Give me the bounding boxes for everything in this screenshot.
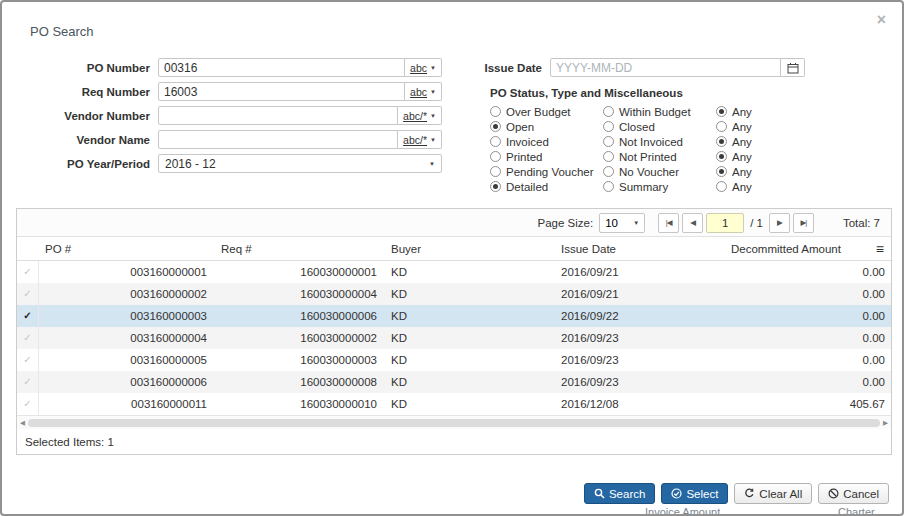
radio-summary[interactable]: Summary [603,179,716,194]
search-icon [594,488,605,499]
radio-button [716,136,727,147]
clear-all-button[interactable]: Clear All [734,483,812,504]
header-amount[interactable]: Decommitted Amount [725,243,891,255]
table-header-row: PO # Req # Buyer Issue Date Decommitted … [17,237,891,261]
table-row[interactable]: ✓ 003160000004 160030000002 KD 2016/09/2… [17,327,891,349]
issue-date-input[interactable] [550,58,781,77]
radio-printed-any[interactable]: Any [716,149,892,164]
total-count: Total: 7 [843,217,880,229]
header-buyer[interactable]: Buyer [385,243,555,255]
scrollbar-thumb[interactable] [28,419,880,427]
table-row[interactable]: ✓ 003160000003 160030000006 KD 2016/09/2… [17,305,891,327]
row-check-icon[interactable]: ✓ [17,283,39,305]
horizontal-scrollbar[interactable]: ◀ ▶ [17,415,891,429]
row-check-icon[interactable]: ✓ [17,349,39,371]
cell-req: 160030000008 [215,376,385,388]
radio-button [490,151,501,162]
radio-label: Any [732,121,752,133]
vendor-name-format-dropdown[interactable]: abc/* ▼ [398,130,442,149]
table-row[interactable]: ✓ 003160000005 160030000003 KD 2016/09/2… [17,349,891,371]
cell-issue-date: 2016/09/23 [555,354,725,366]
check-circle-icon [671,488,682,499]
last-page-button[interactable]: ▶| [793,213,814,233]
radio-not-printed[interactable]: Not Printed [603,149,716,164]
table-row[interactable]: ✓ 003160000006 160030000008 KD 2016/09/2… [17,371,891,393]
radio-detail-any[interactable]: Any [716,179,892,194]
radio-button [603,121,614,132]
radio-button [716,166,727,177]
cell-buyer: KD [385,398,555,410]
radio-open-any[interactable]: Any [716,119,892,134]
req-number-input[interactable] [158,82,405,101]
radio-button [716,181,727,192]
radio-label: Printed [506,151,542,163]
po-number-format-dropdown[interactable]: abc ▼ [405,58,442,77]
scroll-left-icon[interactable]: ◀ [20,419,25,427]
radio-detailed[interactable]: Detailed [490,179,603,194]
vendor-number-label: Vendor Number [16,110,158,122]
radio-closed[interactable]: Closed [603,119,716,134]
page-size-select[interactable]: 10 ▼ [599,213,645,233]
radio-over-budget[interactable]: Over Budget [490,104,603,119]
radio-no-voucher[interactable]: No Voucher [603,164,716,179]
radio-label: Not Invoiced [619,136,683,148]
cell-po: 003160000003 [39,310,215,322]
header-po[interactable]: PO # [39,243,215,255]
cell-req: 160030000004 [215,288,385,300]
row-check-icon[interactable]: ✓ [17,393,39,415]
scroll-right-icon[interactable]: ▶ [883,419,888,427]
close-icon[interactable]: × [877,12,886,28]
table-row[interactable]: ✓ 003160000011 160030000010 KD 2016/12/0… [17,393,891,415]
page-number-input[interactable] [706,213,744,233]
radio-open[interactable]: Open [490,119,603,134]
caret-down-icon: ▼ [430,113,436,119]
radio-printed[interactable]: Printed [490,149,603,164]
cell-issue-date: 2016/09/22 [555,310,725,322]
format-label: abc [410,62,427,74]
next-page-button[interactable]: ▶ [769,213,790,233]
cancel-button[interactable]: Cancel [818,483,889,504]
first-page-button[interactable]: |◀ [658,213,679,233]
header-req[interactable]: Req # [215,243,385,255]
cell-buyer: KD [385,376,555,388]
radio-budget-any[interactable]: Any [716,104,892,119]
select-button[interactable]: Select [661,483,728,504]
caret-down-icon: ▼ [430,65,436,71]
radio-button [490,121,501,132]
row-check-icon[interactable]: ✓ [17,261,39,283]
prev-page-button[interactable]: ◀ [682,213,703,233]
status-radio-grid: Over Budget Within Budget Any Open Close… [490,104,892,194]
radio-voucher-any[interactable]: Any [716,164,892,179]
radio-invoiced[interactable]: Invoiced [490,134,603,149]
calendar-button[interactable] [781,58,805,77]
table-row[interactable]: ✓ 003160000001 160030000001 KD 2016/09/2… [17,261,891,283]
req-number-format-dropdown[interactable]: abc ▼ [405,82,442,101]
ban-icon [828,488,839,499]
vendor-number-format-dropdown[interactable]: abc/* ▼ [398,106,442,125]
radio-not-invoiced[interactable]: Not Invoiced [603,134,716,149]
grid-footer: Selected Items: 1 [17,429,891,454]
cell-req: 160030000003 [215,354,385,366]
radio-pending-voucher[interactable]: Pending Voucher [490,164,603,179]
vendor-name-input[interactable] [158,130,398,149]
po-year-period-select[interactable]: 2016 - 12 ▼ [158,154,442,173]
radio-button [603,166,614,177]
row-check-icon[interactable]: ✓ [17,371,39,393]
radio-label: Open [506,121,534,133]
page-count-label: / 1 [750,217,763,229]
table-row[interactable]: ✓ 003160000002 160030000004 KD 2016/09/2… [17,283,891,305]
radio-label: Any [732,151,752,163]
column-menu-icon[interactable]: ≡ [876,241,884,257]
grid-toolbar: Page Size: 10 ▼ |◀ ◀ / 1 ▶ ▶| Total: 7 [17,209,891,237]
radio-invoiced-any[interactable]: Any [716,134,892,149]
po-number-input[interactable] [158,58,405,77]
radio-button [490,166,501,177]
row-check-icon[interactable]: ✓ [17,305,39,327]
row-check-icon[interactable]: ✓ [17,327,39,349]
search-button[interactable]: Search [584,483,655,504]
req-number-row: Req Number abc ▼ [16,82,450,101]
vendor-number-input[interactable] [158,106,398,125]
radio-within-budget[interactable]: Within Budget [603,104,716,119]
radio-button [716,151,727,162]
header-issue-date[interactable]: Issue Date [555,243,725,255]
